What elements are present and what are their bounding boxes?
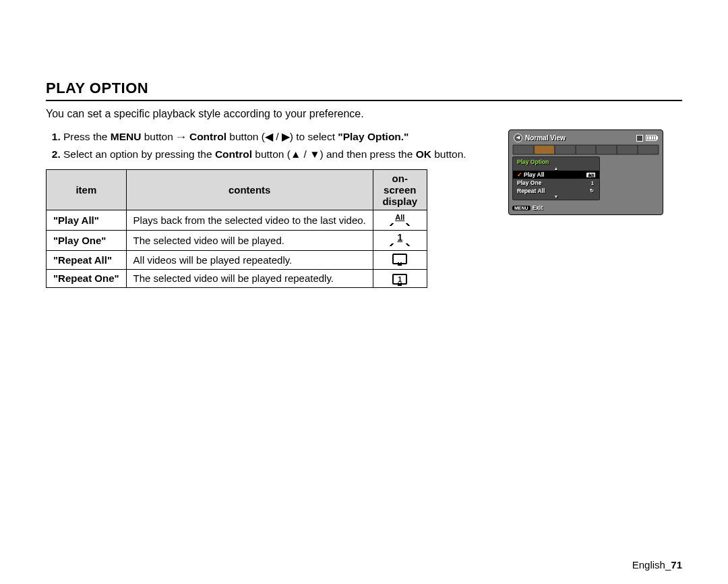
repeat-one-icon [392, 274, 407, 285]
table-row: "Repeat All" All videos will be played r… [47, 250, 427, 269]
lcd-menu-item: Play One 1 [513, 179, 599, 187]
lcd-preview: Normal View Play O [508, 129, 663, 215]
section-title: PLAY OPTION [46, 80, 682, 101]
play-one-icon [391, 233, 408, 245]
lcd-badge-all: All [586, 173, 595, 177]
table-row: "Play All" Plays back from the selected … [47, 210, 427, 230]
lcd-tab [597, 146, 616, 154]
lcd-tab [555, 146, 575, 154]
arrow-right-icon: → [175, 129, 188, 144]
th-contents: contents [126, 169, 373, 210]
repeat-all-icon [392, 254, 407, 264]
battery-icon [646, 135, 658, 141]
triangle-down-icon: ▼ [309, 148, 320, 160]
triangle-up-icon: ▲ [291, 148, 301, 160]
chevron-down-icon: ▼ [513, 195, 599, 199]
card-icon [636, 135, 643, 142]
page-footer: English_71 [632, 559, 682, 571]
lcd-tab [617, 146, 637, 154]
th-item: item [47, 169, 127, 210]
lcd-tab [514, 146, 533, 154]
lcd-tab [576, 146, 596, 154]
triangle-left-icon: ◀ [265, 131, 273, 142]
lcd-mode: Normal View [525, 134, 566, 142]
play-mode-icon [514, 134, 522, 142]
th-display: on-screendisplay [373, 169, 427, 210]
step-2: Select an option by pressing the Control… [63, 147, 491, 162]
table-row: "Repeat One" The selected video will be … [47, 269, 427, 287]
intro-text: You can set a specific playback style ac… [46, 108, 682, 120]
play-all-icon [391, 213, 408, 225]
lcd-tab [638, 146, 658, 154]
table-row: "Play One" The selected video will be pl… [47, 230, 427, 250]
lcd-tab-active [535, 146, 554, 154]
menu-badge: MENU [512, 206, 530, 210]
lcd-menu: Play Option ▲ ✓Play All All Play One 1 R… [512, 156, 600, 200]
lcd-menu-item-active: ✓Play All All [513, 171, 599, 179]
triangle-right-icon: ▶ [282, 131, 290, 142]
step-1: Press the MENU button → Control button (… [63, 129, 491, 144]
lcd-badge-repeat: ↻ [588, 188, 595, 194]
lcd-badge-one: 1 [590, 181, 595, 185]
options-table: item contents on-screendisplay "Play All… [46, 169, 427, 288]
lcd-footer: MENU Exit [512, 204, 659, 211]
lcd-tabbar [512, 144, 659, 155]
check-icon: ✓ [517, 171, 522, 178]
